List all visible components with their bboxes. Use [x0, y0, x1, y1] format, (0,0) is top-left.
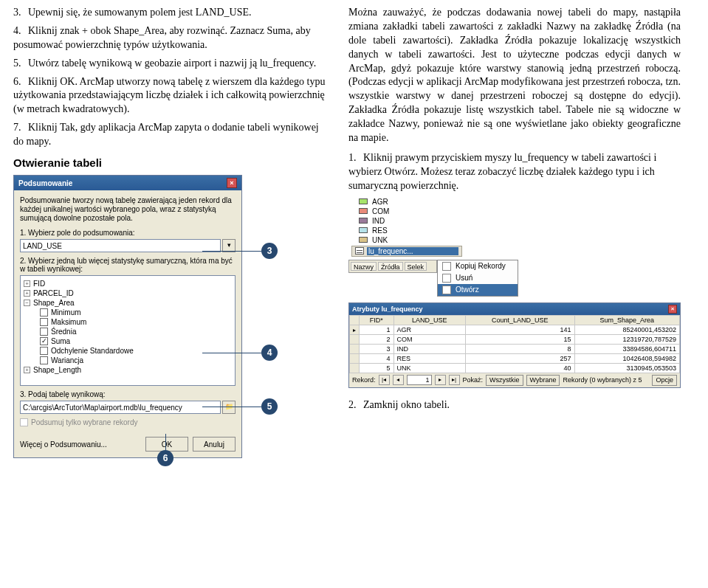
tree-item[interactable]: Suma [51, 337, 70, 345]
attribute-table[interactable]: FID* LAND_USE Count_LAND_USE Sum_Shape_A… [349, 315, 680, 373]
step-text: Upewnij się, że sumowanym polem jest LAN… [28, 7, 252, 18]
step-num: 3. [13, 6, 28, 20]
show-all-button[interactable]: Wszystkie [486, 375, 523, 386]
next-record-icon[interactable]: ▸ [435, 375, 446, 385]
plus-icon[interactable]: + [24, 367, 30, 373]
col-header[interactable]: Count_LAND_USE [466, 315, 575, 325]
swatch-icon [359, 227, 368, 233]
checkbox[interactable] [40, 356, 48, 364]
copy-icon [442, 262, 451, 271]
section-heading: Otwieranie tabeli [13, 156, 331, 169]
step-num: 4. [13, 24, 28, 38]
dialog-title: Podsumowanie [18, 179, 72, 187]
callout-6: 6 [157, 450, 181, 466]
swatch-icon [359, 218, 368, 224]
swatch-icon [359, 208, 368, 214]
toc-tabs[interactable]: Nazwy Źródła Selek [348, 260, 437, 273]
toc-legend: AGR COM IND RES UNK lu_frequenc... [348, 198, 518, 257]
window-title: Atrybuty lu_frequency [352, 305, 423, 313]
tree-item[interactable]: Odchylenie Standardowe [51, 347, 134, 355]
tree-item[interactable]: Shape_Length [33, 366, 81, 374]
menu-item[interactable]: Otwórz [456, 286, 479, 294]
folder-icon[interactable]: 📁 [222, 401, 236, 414]
row-marker [350, 334, 360, 344]
checkbox[interactable] [40, 328, 48, 336]
tree-item[interactable]: Shape_Area [33, 299, 75, 307]
layer-label: IND [372, 217, 385, 225]
table-icon [355, 247, 364, 255]
table-row[interactable]: 3IND833894586,604711 [350, 344, 680, 353]
attribute-table-window: Atrybuty lu_frequency × FID* LAND_USE Co… [348, 302, 681, 388]
right-steps-2: 2.Zamknij okno tabeli. [348, 398, 681, 412]
table-row[interactable]: 5UNK403130945,053503 [350, 363, 680, 373]
layer-label: UNK [372, 236, 388, 244]
tree-item[interactable]: PARCEL_ID [33, 289, 74, 297]
step-text: Kliknij Tak, gdy aplikacja ArcMap zapyta… [13, 122, 319, 147]
last-record-icon[interactable]: ▸| [449, 375, 460, 385]
swatch-icon [359, 198, 368, 204]
checkbox[interactable] [40, 318, 48, 326]
stats-tree[interactable]: +FID +PARCEL_ID −Shape_Area Minimum Maks… [20, 275, 236, 386]
step-text: Utwórz tabelę wynikową w geobazie airpor… [28, 58, 316, 69]
plus-icon[interactable]: + [24, 280, 30, 287]
step-text: Kliknij OK. ArcMap utworzy nową tabelę z… [13, 76, 325, 115]
row-marker-header [350, 315, 360, 325]
show-label: Pokaż: [463, 376, 484, 384]
step-num: 2. [348, 398, 363, 412]
dialog-description: Podsumowanie tworzy nową tabelę zawieraj… [20, 196, 236, 223]
step-num: 5. [13, 57, 28, 71]
show-selected-button[interactable]: Wybrane [526, 375, 560, 386]
toc-selected-table[interactable]: lu_frequenc... [351, 246, 462, 257]
about-link[interactable]: Więcej o Podsumowaniu... [20, 440, 107, 449]
callout-4: 4 [261, 345, 285, 361]
checkbox[interactable] [40, 347, 48, 355]
cancel-button[interactable]: Anuluj [193, 437, 236, 452]
tab-selek[interactable]: Selek [405, 262, 427, 271]
row-marker [350, 363, 360, 373]
output-table-input[interactable] [20, 401, 221, 414]
record-label: Rekord: [352, 376, 376, 384]
summarize-field-select[interactable] [20, 239, 221, 252]
first-record-icon[interactable]: |◂ [379, 375, 390, 385]
minus-icon[interactable]: − [24, 300, 30, 306]
record-number-input[interactable] [407, 375, 432, 385]
layer-label: RES [372, 226, 388, 235]
toc-item-label: lu_frequenc... [367, 247, 458, 255]
table-row[interactable]: 4RES25710426408,594982 [350, 353, 680, 363]
tree-item[interactable]: Wariancja [51, 356, 83, 364]
tree-item[interactable]: Minimum [51, 308, 81, 317]
tab-zrodla[interactable]: Źródła [378, 262, 403, 271]
intro-paragraph: Można zauważyć, że podczas dodawania now… [348, 6, 681, 145]
row-marker [350, 353, 360, 363]
field-label: 2. Wybierz jedną lub więcej statystykę s… [20, 257, 236, 273]
menu-item[interactable]: Kopiuj Rekordy [456, 262, 506, 270]
tree-item[interactable]: Średnia [51, 328, 76, 336]
tutorial-steps: 3.Upewnij się, że sumowanym polem jest L… [13, 6, 331, 149]
checkbox[interactable] [40, 308, 48, 317]
col-header[interactable]: LAND_USE [393, 315, 465, 325]
checkbox-disabled [20, 418, 28, 426]
menu-item[interactable]: Usuń [456, 274, 472, 282]
callout-3: 3 [261, 243, 285, 259]
table-row[interactable]: 1AGR14185240001,453202 [350, 325, 680, 334]
tree-item[interactable]: FID [33, 280, 45, 288]
tab-nazwy[interactable]: Nazwy [351, 262, 377, 271]
close-icon[interactable]: × [227, 178, 237, 188]
close-icon[interactable]: × [668, 305, 677, 314]
checkbox-checked[interactable] [40, 337, 48, 345]
ok-button[interactable]: OK [145, 437, 188, 452]
col-header[interactable]: Sum_Shape_Area [574, 315, 679, 325]
table-row[interactable]: 2COM1512319720,787529 [350, 334, 680, 344]
step-text: Kliknij prawym przyciskiem myszy lu_freq… [348, 152, 656, 191]
layer-label: AGR [372, 198, 388, 206]
tree-item[interactable]: Maksimum [51, 318, 86, 326]
context-menu[interactable]: Kopiuj Rekordy Usuń Otwórz [437, 260, 518, 297]
options-button[interactable]: Opcje [652, 375, 677, 386]
step-text: Kliknij znak + obok Shape_Area, aby rozw… [13, 25, 311, 50]
prev-record-icon[interactable]: ◂ [393, 375, 404, 385]
open-icon [442, 286, 451, 294]
col-header[interactable]: FID* [360, 315, 394, 325]
swatch-icon [359, 237, 368, 243]
plus-icon[interactable]: + [24, 290, 30, 297]
row-marker [350, 325, 360, 334]
